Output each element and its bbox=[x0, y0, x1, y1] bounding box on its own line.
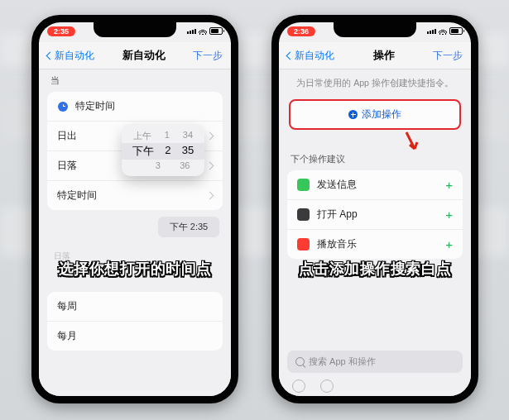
selected-time-chip[interactable]: 下午 2:35 bbox=[158, 217, 219, 237]
nav-next-button[interactable]: 下一步 bbox=[193, 49, 223, 63]
hint-text: 为日常使用的 App 操作创建快捷指令。 bbox=[279, 69, 471, 99]
search-icon bbox=[295, 357, 305, 366]
notch bbox=[334, 22, 416, 37]
wifi-icon bbox=[439, 28, 447, 35]
muted-label: 日落 bbox=[39, 237, 231, 264]
nav-back-button[interactable]: 新自动化 bbox=[47, 49, 94, 63]
status-time-pill: 2:35 bbox=[47, 26, 75, 36]
chevron-left-icon bbox=[286, 51, 295, 60]
suggestion-label: 发送信息 bbox=[317, 178, 357, 192]
suggestion-label: 播放音乐 bbox=[317, 237, 357, 251]
row-weekly[interactable]: 每周 bbox=[47, 292, 223, 321]
nav-bar: 新自动化 操作 下一步 bbox=[279, 42, 471, 69]
status-time-pill: 2:36 bbox=[287, 26, 315, 36]
suggestion-row[interactable]: 打开 App+ bbox=[287, 199, 463, 229]
plus-icon bbox=[348, 110, 358, 119]
nav-title: 新自动化 bbox=[122, 48, 166, 63]
chevron-right-icon bbox=[206, 192, 214, 200]
battery-icon bbox=[209, 27, 223, 35]
row-label: 日落 bbox=[57, 159, 77, 173]
search-input[interactable]: 搜索 App 和操作 bbox=[287, 351, 463, 373]
signal-icon bbox=[187, 29, 196, 34]
search-placeholder: 搜索 App 和操作 bbox=[309, 356, 376, 368]
row-monthly[interactable]: 每月 bbox=[47, 321, 223, 351]
suggestion-label: 打开 App bbox=[317, 208, 358, 222]
suggestion-icon bbox=[297, 179, 310, 191]
when-label: 当 bbox=[39, 69, 231, 90]
nav-back-label: 新自动化 bbox=[295, 49, 334, 63]
circle-icon[interactable] bbox=[292, 379, 305, 393]
add-action-label: 添加操作 bbox=[362, 107, 401, 122]
status-icons bbox=[187, 27, 223, 35]
clock-icon bbox=[58, 102, 68, 112]
circle-icon[interactable] bbox=[320, 379, 334, 393]
nav-title: 操作 bbox=[373, 48, 395, 63]
plus-icon[interactable]: + bbox=[445, 211, 453, 219]
suggest-label: 下个操作建议 bbox=[279, 138, 471, 169]
plus-icon[interactable]: + bbox=[445, 181, 453, 189]
chevron-left-icon bbox=[46, 51, 55, 60]
suggestion-row[interactable]: 播放音乐+ bbox=[287, 229, 463, 259]
row-label: 每周 bbox=[57, 299, 77, 313]
suggestion-row[interactable]: 发送信息+ bbox=[287, 170, 463, 199]
row-specific-time[interactable]: 特定时间 bbox=[47, 92, 223, 121]
row-specific-time-2[interactable]: 特定时间 bbox=[47, 180, 223, 210]
suggestion-icon bbox=[297, 238, 310, 251]
add-action-button[interactable]: 添加操作 bbox=[289, 99, 461, 130]
row-label: 日出 bbox=[57, 129, 77, 143]
chevron-right-icon bbox=[206, 132, 214, 141]
chevron-right-icon bbox=[206, 162, 214, 170]
status-icons bbox=[427, 27, 463, 35]
caption-right: 点击添加操作搜索白点 bbox=[279, 259, 471, 279]
arrow-annotation bbox=[403, 131, 421, 155]
nav-back-button[interactable]: 新自动化 bbox=[287, 49, 334, 63]
nav-bar: 新自动化 新自动化 下一步 bbox=[39, 42, 231, 69]
notch bbox=[94, 22, 176, 37]
wifi-icon bbox=[199, 28, 207, 35]
suggestion-card: 发送信息+打开 App+播放音乐+ bbox=[287, 170, 463, 259]
nav-back-label: 新自动化 bbox=[55, 49, 94, 63]
plus-icon[interactable]: + bbox=[445, 241, 453, 249]
bottom-icon-row bbox=[279, 379, 471, 393]
phone-left: 2:35 新自动化 新自动化 下一步 当 bbox=[31, 15, 238, 403]
repeat-card: 每周 每月 bbox=[47, 292, 223, 351]
phone-right: 2:36 新自动化 操作 下一步 为日常使用的 App 操作创建快捷指令。 bbox=[271, 15, 478, 403]
signal-icon bbox=[427, 29, 436, 34]
row-label: 特定时间 bbox=[57, 189, 97, 203]
nav-next-button[interactable]: 下一步 bbox=[433, 49, 463, 63]
suggestion-icon bbox=[297, 208, 310, 221]
row-label: 特定时间 bbox=[75, 99, 115, 113]
time-picker[interactable]: 上午134 下午235 336 bbox=[122, 124, 204, 176]
row-label: 每月 bbox=[57, 329, 77, 343]
battery-icon bbox=[449, 27, 463, 35]
